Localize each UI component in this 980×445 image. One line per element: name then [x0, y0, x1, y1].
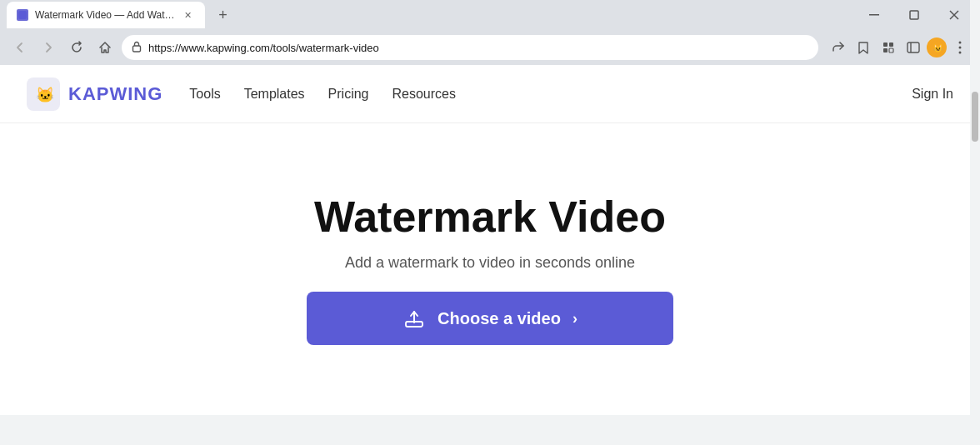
- svg-rect-0: [18, 11, 27, 19]
- address-bar-row: https://www.kapwing.com/tools/watermark-…: [0, 30, 980, 65]
- tab-close-button[interactable]: ✕: [182, 8, 195, 22]
- share-icon[interactable]: [827, 36, 850, 59]
- nav-link-resources[interactable]: Resources: [392, 87, 456, 102]
- browser-tab[interactable]: Watermark Video — Add Wat… ✕: [7, 2, 205, 28]
- close-button[interactable]: [935, 2, 973, 28]
- nav-link-pricing[interactable]: Pricing: [328, 87, 369, 102]
- svg-point-14: [959, 42, 962, 44]
- site-navbar: 🐱 KAPWING Tools Templates Pricing Resour…: [0, 65, 980, 123]
- nav-link-templates[interactable]: Templates: [244, 87, 305, 102]
- minimize-button[interactable]: [855, 2, 893, 28]
- address-bar[interactable]: https://www.kapwing.com/tools/watermark-…: [122, 35, 818, 60]
- tab-favicon: [17, 9, 28, 21]
- scrollbar[interactable]: [970, 0, 980, 445]
- hero-subtitle: Add a watermark to video in seconds onli…: [345, 254, 635, 272]
- upload-icon: [402, 307, 426, 330]
- nav-link-tools[interactable]: Tools: [189, 87, 220, 102]
- nav-links: Tools Templates Pricing Resources: [189, 87, 912, 102]
- reload-button[interactable]: [65, 36, 88, 59]
- profile-avatar[interactable]: 😺: [927, 38, 947, 58]
- home-button[interactable]: [93, 36, 117, 59]
- choose-video-button[interactable]: Choose a video ›: [307, 292, 673, 345]
- bookmark-icon[interactable]: [852, 36, 875, 59]
- hero-section: Watermark Video Add a watermark to video…: [0, 123, 980, 415]
- svg-point-15: [959, 47, 962, 49]
- svg-rect-8: [883, 48, 888, 52]
- maximize-button[interactable]: [895, 2, 933, 28]
- svg-rect-2: [910, 11, 918, 19]
- brand-name: KAPWING: [68, 83, 162, 105]
- tab-title: Watermark Video — Add Wat…: [35, 9, 175, 21]
- scrollbar-thumb[interactable]: [972, 92, 978, 142]
- svg-rect-6: [883, 42, 888, 47]
- svg-text:😺: 😺: [933, 43, 943, 53]
- lock-icon: [132, 41, 142, 55]
- toolbar-icons: 😺: [827, 36, 972, 59]
- brand-logo: 🐱: [27, 78, 60, 111]
- sidebar-icon[interactable]: [902, 36, 925, 59]
- address-text: https://www.kapwing.com/tools/watermark-…: [148, 42, 808, 54]
- svg-rect-1: [869, 14, 879, 16]
- new-tab-button[interactable]: +: [212, 3, 235, 27]
- menu-icon[interactable]: [948, 36, 972, 59]
- brand-logo-link[interactable]: 🐱 KAPWING: [27, 78, 162, 111]
- chevron-right-icon: ›: [572, 310, 578, 328]
- window-controls: [855, 2, 973, 28]
- svg-text:🐱: 🐱: [36, 86, 55, 104]
- sign-in-button[interactable]: Sign In: [912, 87, 953, 102]
- page-content: 🐱 KAPWING Tools Templates Pricing Resour…: [0, 65, 980, 415]
- forward-button[interactable]: [37, 36, 60, 59]
- svg-rect-7: [889, 42, 893, 47]
- browser-chrome: Watermark Video — Add Wat… ✕ +: [0, 0, 980, 415]
- svg-rect-10: [908, 42, 919, 52]
- svg-rect-9: [889, 48, 893, 52]
- hero-title: Watermark Video: [314, 193, 666, 241]
- extensions-icon[interactable]: [877, 36, 900, 59]
- svg-point-16: [959, 52, 962, 54]
- back-button[interactable]: [8, 36, 32, 59]
- svg-rect-5: [133, 46, 141, 52]
- title-bar: Watermark Video — Add Wat… ✕ +: [0, 0, 980, 30]
- cta-label: Choose a video: [438, 309, 561, 328]
